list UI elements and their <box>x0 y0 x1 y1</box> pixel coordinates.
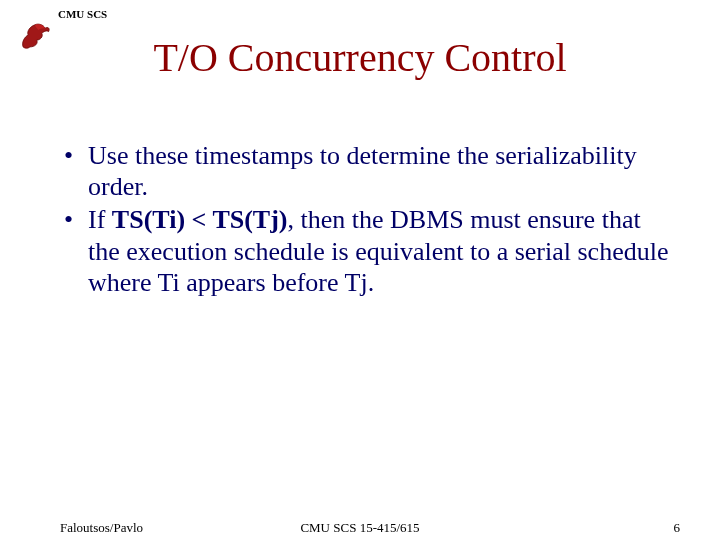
bullet-item: If TS(Ti) < TS(Tj), then the DBMS must e… <box>60 204 670 298</box>
bullet-text: Use these timestamps to determine the se… <box>88 141 637 201</box>
footer-page-number: 6 <box>674 520 681 536</box>
footer-course: CMU SCS 15-415/615 <box>0 520 720 536</box>
slide-title: T/O Concurrency Control <box>0 34 720 81</box>
org-label: CMU SCS <box>58 8 107 20</box>
slide-content: Use these timestamps to determine the se… <box>60 140 670 300</box>
bullet-item: Use these timestamps to determine the se… <box>60 140 670 202</box>
bullet-text: If <box>88 205 112 234</box>
bullet-bold: TS(Ti) < TS(Tj) <box>112 205 288 234</box>
